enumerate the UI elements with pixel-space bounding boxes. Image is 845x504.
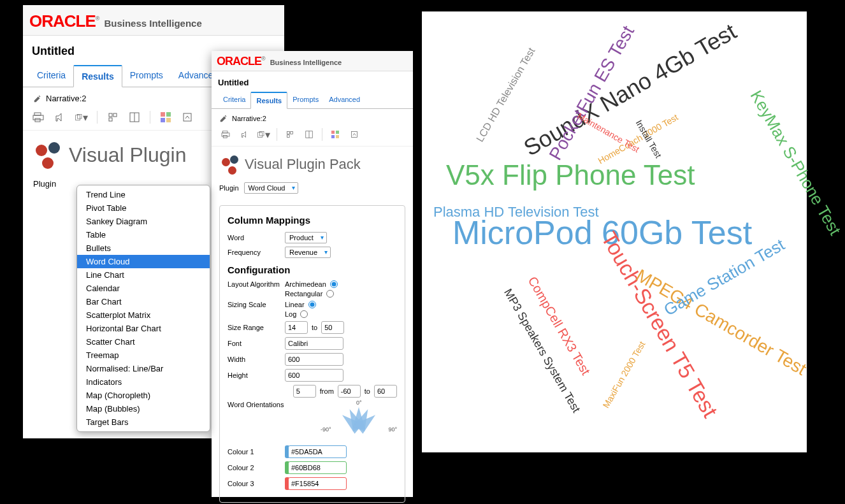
plugin-option[interactable]: Treemap [77, 349, 210, 362]
scale-linear-radio[interactable]: Linear [285, 301, 316, 308]
orientations-label: Word Orientations [227, 401, 285, 408]
svg-rect-4 [77, 114, 82, 119]
plugin-option[interactable]: Scatterplot Matrix [77, 308, 210, 322]
svg-rect-14 [258, 133, 263, 138]
plugin-option[interactable]: Sankey Diagram [77, 215, 210, 228]
size-min-input[interactable] [285, 321, 308, 334]
height-input[interactable] [285, 369, 343, 382]
tab-criteria[interactable]: Criteria [29, 65, 73, 87]
print-icon[interactable] [219, 128, 232, 141]
svg-rect-7 [109, 118, 112, 121]
print-icon[interactable] [32, 111, 45, 124]
svg-rect-0 [34, 113, 41, 115]
properties-icon[interactable] [284, 128, 296, 141]
plugin-select[interactable]: Word Cloud [244, 182, 299, 194]
word-label: Word [227, 234, 285, 241]
size-max-input[interactable] [321, 321, 344, 334]
orientation-fan[interactable]: 0° -90° 90° [321, 401, 397, 433]
tab-criteria[interactable]: Criteria [218, 92, 250, 109]
template-icon[interactable] [348, 128, 361, 141]
header: ORACLE® Business Intelligence [23, 5, 284, 36]
template-icon[interactable] [181, 111, 194, 124]
plugin-option[interactable]: Word Cloud [77, 255, 210, 268]
plugin-option[interactable]: Indicators [77, 375, 210, 389]
orient-max-input[interactable] [374, 385, 397, 398]
plugin-option[interactable]: Scatter Chart [77, 335, 210, 349]
plugin-option[interactable]: Bar Chart [77, 295, 210, 308]
layout-archimedean-radio[interactable]: Archimedean [285, 280, 338, 288]
plugin-dropdown[interactable]: Trend LinePivot TableSankey DiagramTable… [76, 185, 210, 432]
plugin-option[interactable]: Pivot Table [77, 201, 210, 215]
tab-results[interactable]: Results [73, 65, 122, 87]
width-input[interactable] [285, 353, 343, 366]
colour2-label: Colour 2 [227, 464, 285, 472]
plugin-option[interactable]: Table [77, 228, 210, 241]
plugin-option[interactable]: Line Chart [77, 268, 210, 282]
plugin-row: Plugin Word Cloud [212, 180, 413, 199]
svg-rect-6 [113, 113, 117, 117]
svg-rect-17 [291, 132, 293, 134]
product-label: Business Intelligence [104, 18, 201, 29]
to-label: to [365, 387, 370, 395]
frequency-select[interactable]: Revenue [285, 247, 331, 258]
vpp-logo-icon [219, 154, 240, 175]
colour3-label: Colour 3 [227, 480, 285, 487]
svg-rect-15 [259, 131, 264, 136]
to-label: to [312, 324, 317, 331]
cloud-word: LCD HD Television Test [474, 46, 537, 144]
tab-prompts[interactable]: Prompts [122, 65, 171, 87]
orient-count-input[interactable] [293, 385, 316, 398]
page-title: Untitled [212, 71, 413, 91]
plugin-option[interactable]: Horizontal Bar Chart [77, 322, 210, 335]
plugin-option[interactable]: Bullets [77, 241, 210, 255]
export-icon[interactable] [54, 111, 66, 124]
plugin-option[interactable]: Map (Bubbles) [77, 402, 210, 415]
colour3-input[interactable] [288, 477, 347, 490]
scale-label: Sizing Scale [227, 301, 285, 308]
orient-min-input[interactable] [338, 385, 361, 398]
palette-icon[interactable] [159, 111, 172, 124]
tab-results[interactable]: Results [250, 92, 287, 109]
word-select[interactable]: Product [285, 232, 327, 243]
plugin-option[interactable]: Calendar [77, 282, 210, 295]
separator [322, 128, 322, 141]
layout-icon[interactable] [303, 128, 315, 141]
tab-prompts[interactable]: Prompts [287, 92, 324, 109]
plugin-option[interactable]: Map (Choropleth) [77, 389, 210, 402]
deg0-label: 0° [356, 400, 362, 406]
narrative-label: Narrative:2 [232, 115, 266, 122]
svg-rect-5 [109, 113, 112, 117]
layout-label: Layout Algorithm [227, 280, 285, 288]
svg-rect-1 [33, 115, 43, 120]
copy-icon[interactable]: ▾ [257, 128, 270, 141]
plugin-option[interactable]: Target Bars [77, 415, 210, 429]
layout-rectangular-radio[interactable]: Rectangular [285, 290, 338, 298]
narrative-label: Narrative:2 [46, 94, 87, 103]
layout-icon[interactable] [128, 111, 141, 124]
font-label: Font [227, 340, 285, 347]
scale-log-radio[interactable]: Log [285, 310, 316, 318]
svg-rect-21 [352, 132, 358, 138]
colour1-input[interactable] [288, 445, 347, 458]
copy-icon[interactable]: ▾ [75, 111, 88, 124]
vpp-logo-icon [33, 141, 61, 169]
export-icon[interactable] [238, 128, 251, 141]
plugin-label: Plugin [33, 179, 56, 189]
tab-advanced[interactable]: Advanced [324, 92, 365, 109]
cloud-word: MaxiFun 2000 Test [601, 340, 647, 410]
separator [277, 128, 277, 141]
font-input[interactable] [285, 337, 343, 350]
cloud-word: Plasma HD Television Test [433, 204, 599, 220]
plugin-label: Plugin [219, 184, 239, 192]
tabs: CriteriaResultsPromptsAdvanced [212, 91, 413, 109]
properties-icon[interactable] [106, 111, 119, 124]
plugin-option[interactable]: Normalised: Line/Bar [77, 362, 210, 375]
colour2-input[interactable] [288, 461, 347, 474]
size-range-label: Size Range [227, 324, 285, 331]
palette-icon[interactable] [329, 128, 342, 141]
plugin-option[interactable]: Trend Line [77, 188, 210, 201]
header: ORACLE® Business Intelligence [212, 51, 413, 71]
svg-rect-10 [184, 113, 191, 121]
degn90-label: -90° [321, 426, 331, 433]
height-label: Height [227, 371, 285, 379]
